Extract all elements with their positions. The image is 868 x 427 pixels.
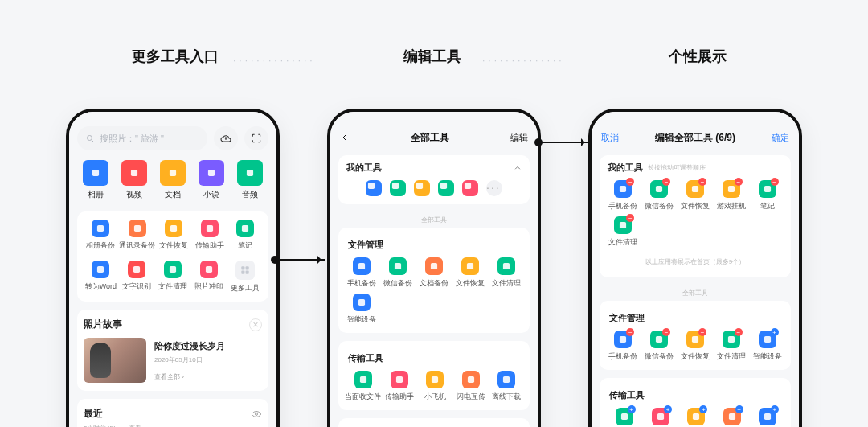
drag-hint: 长按拖动可调整顺序 xyxy=(648,163,706,172)
remove-badge[interactable]: − xyxy=(698,178,706,186)
category-label: 小说 xyxy=(203,189,219,200)
category-tab[interactable]: 视频 xyxy=(116,160,153,200)
my-tool-icon[interactable] xyxy=(414,180,430,196)
back-button[interactable] xyxy=(340,133,350,142)
group-header: 文件管理 xyxy=(606,309,784,331)
remove-badge[interactable]: − xyxy=(626,214,634,222)
svg-rect-15 xyxy=(241,266,244,269)
confirm-button[interactable]: 确定 xyxy=(772,132,789,144)
tool-item[interactable]: 文件恢复 xyxy=(452,257,487,289)
tool-item[interactable]: 传输助手 xyxy=(193,220,227,251)
tool-item[interactable]: 闪电互传 xyxy=(454,371,488,402)
tool-item[interactable]: 相册备份 xyxy=(84,220,117,251)
flow-arrow xyxy=(538,142,588,143)
tool-item[interactable]: −文件清理 xyxy=(714,331,748,362)
tool-item[interactable]: 照片冲印 xyxy=(191,261,226,294)
remove-badge[interactable]: − xyxy=(662,178,670,186)
tool-item[interactable]: +离线下载 xyxy=(751,408,784,427)
category-label: 文档 xyxy=(165,189,181,200)
tool-item[interactable]: +传输助手 xyxy=(644,408,678,427)
my-tool-icon[interactable] xyxy=(390,180,406,196)
tool-item[interactable]: 手机备份 xyxy=(345,257,379,289)
tool-item[interactable]: 文件清理 xyxy=(156,261,190,294)
close-icon[interactable]: × xyxy=(249,318,262,331)
remove-badge[interactable]: − xyxy=(626,328,634,336)
svg-rect-45 xyxy=(728,336,735,343)
tool-item[interactable]: +智能设备 xyxy=(750,331,784,362)
category-tab[interactable]: 相册 xyxy=(77,160,114,200)
add-badge[interactable]: + xyxy=(771,405,779,413)
svg-rect-27 xyxy=(431,263,437,269)
chevron-down-icon[interactable] xyxy=(514,164,522,172)
svg-rect-40 xyxy=(764,186,770,192)
tool-item[interactable]: 传输助手 xyxy=(383,371,416,402)
my-tool-icon[interactable] xyxy=(462,180,478,196)
tool-item[interactable]: −微信备份 xyxy=(642,331,677,362)
edit-link[interactable]: 编辑 xyxy=(510,132,528,144)
tool-label: 微信备份 xyxy=(645,201,674,211)
tool-item[interactable]: −手机备份 xyxy=(606,180,641,211)
tool-item[interactable]: −文件恢复 xyxy=(678,331,713,362)
tool-label: 传输助手 xyxy=(195,240,224,251)
scan-button[interactable] xyxy=(244,126,268,150)
remove-badge[interactable]: − xyxy=(698,328,706,336)
search-input[interactable]: 搜照片：" 旅游 " xyxy=(77,126,207,150)
eye-icon[interactable] xyxy=(251,409,262,420)
more-icon[interactable]: ··· xyxy=(486,180,502,196)
svg-rect-49 xyxy=(693,413,699,420)
tool-item[interactable]: 离线下载 xyxy=(489,371,523,402)
category-tab[interactable]: 文档 xyxy=(154,160,191,200)
more-tools-button[interactable]: 更多工具 xyxy=(227,261,262,294)
tool-item[interactable]: −文件清理 xyxy=(606,216,641,248)
remove-badge[interactable]: − xyxy=(626,178,634,186)
svg-rect-41 xyxy=(620,222,626,228)
my-tool-icon[interactable] xyxy=(438,180,454,196)
tool-item[interactable]: 转为Word xyxy=(84,261,118,294)
tool-item[interactable]: −手机备份 xyxy=(606,331,641,362)
svg-rect-34 xyxy=(468,376,474,383)
tool-label: 文件恢复 xyxy=(681,201,710,211)
tool-item[interactable]: 微信备份 xyxy=(381,257,416,289)
tool-item[interactable]: 当面收文件 xyxy=(345,371,381,402)
svg-rect-16 xyxy=(245,266,248,269)
remove-badge[interactable]: − xyxy=(771,178,779,186)
tool-label: 文件清理 xyxy=(158,281,187,292)
remove-badge[interactable]: − xyxy=(735,178,743,186)
tool-item[interactable]: −笔记 xyxy=(750,180,784,211)
tool-item[interactable]: −游戏挂机 xyxy=(714,180,748,211)
tool-item[interactable]: 文档备份 xyxy=(417,257,452,289)
add-badge[interactable]: + xyxy=(699,405,707,413)
svg-rect-21 xyxy=(392,183,399,189)
remove-badge[interactable]: − xyxy=(735,328,743,336)
add-badge[interactable]: + xyxy=(628,405,636,413)
story-viewall-link[interactable]: 查看全部 › xyxy=(154,372,225,381)
my-tool-icon[interactable] xyxy=(366,180,382,196)
cloud-button[interactable] xyxy=(214,126,238,150)
tool-item[interactable]: −微信备份 xyxy=(642,180,677,211)
remove-badge[interactable]: − xyxy=(662,328,670,336)
category-label: 音频 xyxy=(242,189,258,200)
tool-item[interactable]: 文件恢复 xyxy=(157,220,190,251)
tool-item[interactable]: 文件清理 xyxy=(489,257,523,289)
all-tools-divider: 全部工具 xyxy=(600,285,791,301)
tool-item[interactable]: 文字识别 xyxy=(120,261,154,294)
category-tab[interactable]: 音频 xyxy=(231,160,268,200)
cancel-button[interactable]: 取消 xyxy=(601,132,619,144)
tool-item[interactable]: 通讯录备份 xyxy=(119,220,155,251)
category-tab[interactable]: 小说 xyxy=(193,160,230,200)
tool-item[interactable]: 笔记 xyxy=(228,220,262,251)
tool-item[interactable]: +闪电互传 xyxy=(715,408,749,427)
story-thumbnail[interactable] xyxy=(84,338,146,383)
add-badge[interactable]: + xyxy=(664,405,672,413)
add-badge[interactable]: + xyxy=(735,405,743,413)
svg-rect-4 xyxy=(208,170,215,176)
tool-label: 文件清理 xyxy=(717,351,746,362)
tool-item[interactable]: −文件恢复 xyxy=(678,180,713,211)
tool-item[interactable]: +小飞机 xyxy=(679,408,713,427)
tool-label: 智能设备 xyxy=(347,314,376,325)
add-badge[interactable]: + xyxy=(771,328,779,336)
tool-item[interactable]: 智能设备 xyxy=(345,294,379,325)
tool-item[interactable]: +当面收文件 xyxy=(606,408,642,427)
tool-item[interactable]: 小飞机 xyxy=(418,371,452,402)
svg-rect-28 xyxy=(467,263,473,269)
